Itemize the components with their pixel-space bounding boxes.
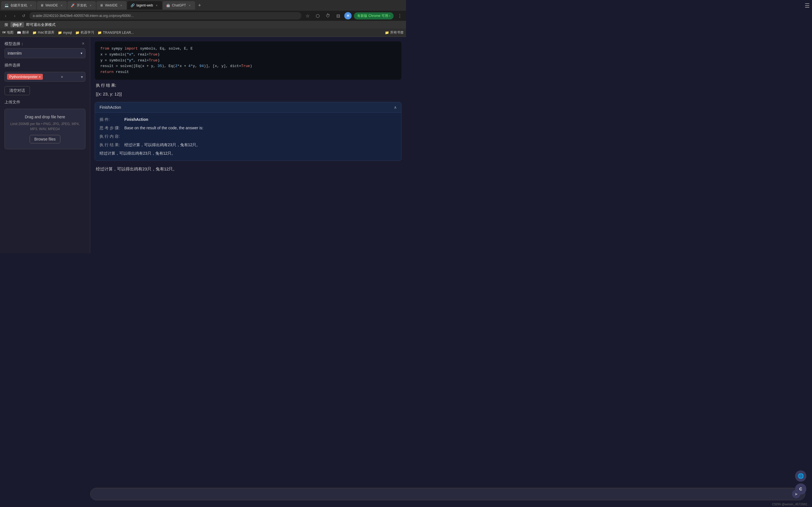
forward-button[interactable]: ›	[11, 12, 18, 19]
folder-icon-all: 📁	[385, 31, 389, 35]
plugin-chevron-icon[interactable]: ▾	[81, 75, 83, 79]
map-icon: 🗺	[2, 31, 6, 35]
fullscreen-suffix: 即可退出全屏模式	[26, 22, 56, 27]
profile-avatar[interactable]: H	[344, 12, 352, 19]
folder-icon-mysql: 📁	[58, 31, 62, 35]
plugin-tag-remove-button[interactable]: ×	[39, 75, 41, 79]
exec-content-row: 执 行 内 容:	[100, 134, 397, 139]
plugin-section: 插件选择 PythonInterpreter × × ▾	[4, 63, 86, 82]
tab-3-favicon: 🚀	[71, 3, 75, 7]
browser-chrome: 💻 创建开发机 × 🖥 WebIDE × 🚀 开发机 × 🖥 WebIDE × …	[0, 0, 406, 37]
plugin-field-label: 插 件:	[100, 117, 122, 122]
thought-row: 思 考 步 骤: Base on the result of the code,…	[100, 126, 397, 131]
bookmark-ml[interactable]: 📁 机器学习	[75, 30, 94, 35]
back-button[interactable]: ‹	[2, 12, 9, 19]
finish-action-card: FinishAction ∧ 插 件: FinishAction 思 考 步 骤…	[95, 102, 402, 161]
upload-dropzone[interactable]: Drag and drop file here Limit 200MB per …	[4, 109, 86, 149]
fullscreen-prefix: 按	[4, 22, 8, 27]
tab-1-label: 创建开发机	[10, 3, 28, 8]
menu-button[interactable]: ⋮	[396, 12, 404, 20]
model-section: 模型选择： internlm ▾	[4, 41, 86, 58]
tab-3-label: 开发机	[77, 3, 87, 8]
model-label: 模型选择：	[4, 41, 86, 47]
bookmark-translate-label: 翻译	[22, 30, 29, 35]
upload-box-subtitle: Limit 200MB per file • PNG, JPG, JPEG, M…	[9, 121, 81, 131]
bookmark-map-label: 地图	[7, 30, 13, 35]
tab-5[interactable]: 🔗 lagent-web ×	[127, 1, 162, 10]
tab-5-label: lagent-web	[137, 3, 153, 7]
folder-icon-mac: 📁	[33, 31, 37, 35]
browse-files-button[interactable]: Browse files	[30, 135, 60, 144]
extensions-button[interactable]: ⬡	[314, 12, 322, 20]
clear-conversation-button[interactable]: 清空对话	[4, 86, 30, 95]
fullscreen-key: (fn) F	[10, 22, 24, 27]
finish-action-extra-result: 经过计算，可以得出鸡有23只，兔有12只。	[100, 151, 397, 156]
update-button[interactable]: 有新版 Chrome 可用 ›	[354, 12, 394, 19]
bookmark-map[interactable]: 🗺 地图	[2, 30, 13, 35]
plugin-tag-area: PythonInterpreter × × ▾	[4, 72, 86, 82]
sidebar-close-button[interactable]: ×	[80, 40, 87, 47]
sidebar-toggle[interactable]: ⊟	[334, 12, 342, 20]
main-layout: × 模型选择： internlm ▾ 插件选择 PythonInterprete…	[0, 37, 406, 253]
bookmark-mysql[interactable]: 📁 mysql	[58, 31, 72, 35]
finish-action-header: FinishAction ∧	[95, 102, 401, 113]
tab-6-favicon: 🤖	[166, 3, 170, 7]
reload-button[interactable]: ↺	[20, 12, 27, 19]
tab-1[interactable]: 💻 创建开发机 ×	[1, 1, 36, 10]
tab-1-close[interactable]: ×	[29, 3, 33, 7]
bookmark-mac[interactable]: 📁 mac资源库	[33, 30, 54, 35]
tab-4-close[interactable]: ×	[119, 3, 123, 7]
tab-2-close[interactable]: ×	[59, 3, 63, 7]
tab-6[interactable]: 🤖 ChatGPT ×	[163, 1, 195, 10]
upload-box-title: Drag and drop file here	[9, 115, 81, 119]
exec-content-label: 执 行 内 容:	[100, 134, 122, 139]
collapse-button[interactable]: ∧	[394, 105, 397, 110]
bookmark-mac-label: mac资源库	[38, 30, 54, 35]
python-interpreter-tag: PythonInterpreter ×	[7, 74, 43, 80]
tab-6-close[interactable]: ×	[188, 3, 192, 7]
tab-3-close[interactable]: ×	[89, 3, 93, 7]
finish-exec-result-label: 执 行 结 果:	[100, 143, 122, 148]
bookmark-all[interactable]: 📁 所有书签	[385, 30, 404, 35]
plugin-tag-label: PythonInterpreter	[9, 75, 38, 79]
upload-section: 上传文件 Drag and drop file here Limit 200MB…	[4, 100, 86, 149]
plugin-label: 插件选择	[4, 63, 86, 68]
tab-2[interactable]: 🖥 WebIDE ×	[37, 1, 67, 10]
thought-field-value: Base on the result of the code, the answ…	[124, 126, 203, 130]
chevron-down-icon: ▾	[81, 51, 82, 55]
code-line-5: return result	[100, 69, 396, 75]
history-button[interactable]: ⏱	[324, 12, 332, 20]
tab-3[interactable]: 🚀 开发机 ×	[67, 1, 96, 10]
plugin-field-value: FinishAction	[124, 117, 148, 122]
bookmark-translate[interactable]: 📖 翻译	[17, 30, 29, 35]
bookmark-transfer[interactable]: 📁 TRANSFER LEAR...	[98, 31, 134, 35]
final-result: 经过计算，可以得出鸡有23只，兔有12只。	[95, 164, 402, 174]
code-block: from sympy import symbols, Eq, solve, E,…	[95, 41, 402, 80]
exec-result-section: 执 行 结 果: [{x: 23, y: 12}]	[95, 83, 402, 99]
model-select-value: internlm	[8, 51, 22, 55]
tab-2-favicon: 🖥	[40, 3, 44, 7]
bookmark-transfer-label: TRANSFER LEAR...	[103, 31, 134, 35]
address-bar: ‹ › ↺ a-aide-20240210-3b428e6-40055748.i…	[0, 11, 406, 21]
tab-5-close[interactable]: ×	[155, 3, 159, 7]
plugin-clear-icon[interactable]: ×	[61, 75, 63, 79]
model-select-dropdown[interactable]: internlm ▾	[4, 48, 86, 58]
exec-result-label: 执 行 结 果:	[96, 83, 400, 88]
fullscreen-banner: 按 (fn) F 即可退出全屏模式	[0, 21, 406, 29]
tab-2-label: WebIDE	[45, 3, 58, 7]
tab-6-label: ChatGPT	[172, 3, 186, 7]
content-area: ☰ from sympy import symbols, Eq, solve, …	[90, 37, 406, 253]
url-bar[interactable]: a-aide-20240210-3b428e6-40055748.intern-…	[29, 12, 301, 19]
finish-action-body: 插 件: FinishAction 思 考 步 骤: Base on the r…	[95, 113, 401, 161]
folder-icon-ml: 📁	[75, 31, 80, 35]
input-spacer	[95, 177, 402, 194]
finish-exec-result-value: 经过计算，可以得出鸡有23只，兔有12只。	[124, 143, 200, 148]
tab-4-label: WebIDE	[105, 3, 117, 7]
tab-4[interactable]: 🖥 WebIDE ×	[96, 1, 126, 10]
upload-label: 上传文件	[4, 100, 86, 105]
finish-exec-result-row: 执 行 结 果: 经过计算，可以得出鸡有23只，兔有12只。	[100, 143, 397, 148]
new-tab-button[interactable]: +	[196, 1, 204, 9]
code-line-2: x = symbols("x", real=True)	[100, 52, 396, 58]
bookmark-button[interactable]: ☆	[304, 12, 312, 20]
browser-controls: ☆ ⬡ ⏱ ⊟ H 有新版 Chrome 可用 › ⋮	[304, 12, 404, 20]
